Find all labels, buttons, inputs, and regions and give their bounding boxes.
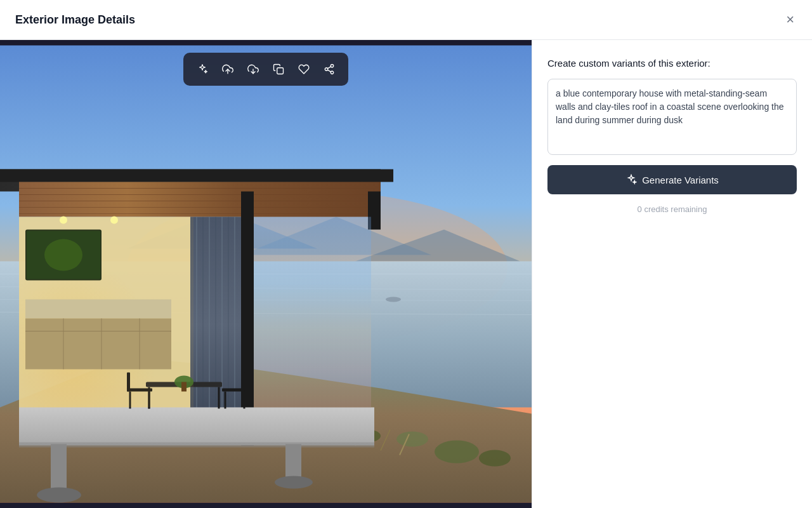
svg-rect-76 bbox=[254, 217, 371, 408]
sidebar: Create custom variants of this exterior:… bbox=[532, 40, 812, 508]
image-toolbar bbox=[183, 53, 348, 86]
upload-button[interactable] bbox=[216, 58, 239, 81]
heart-icon bbox=[298, 64, 310, 75]
svg-point-15 bbox=[435, 441, 479, 464]
house-image bbox=[0, 40, 532, 508]
prompt-textarea[interactable] bbox=[547, 79, 797, 155]
share-button[interactable] bbox=[318, 58, 341, 81]
svg-point-72 bbox=[37, 488, 81, 503]
svg-rect-70 bbox=[51, 444, 67, 495]
generate-sparkle-icon bbox=[625, 174, 637, 185]
svg-rect-26 bbox=[19, 182, 381, 217]
svg-point-16 bbox=[479, 450, 511, 467]
svg-marker-25 bbox=[0, 170, 393, 182]
upload-icon bbox=[222, 64, 233, 75]
svg-rect-74 bbox=[19, 217, 193, 408]
modal-header: Exterior Image Details × bbox=[0, 0, 812, 40]
share-icon bbox=[324, 64, 335, 75]
copy-button[interactable] bbox=[267, 58, 290, 81]
sidebar-label: Create custom variants of this exterior: bbox=[547, 58, 797, 69]
svg-rect-55 bbox=[19, 408, 374, 446]
svg-line-83 bbox=[327, 70, 331, 72]
sparkle-button[interactable] bbox=[191, 58, 214, 81]
svg-point-10 bbox=[386, 297, 401, 302]
modal-body: Create custom variants of this exterior:… bbox=[0, 40, 812, 508]
modal-title: Exterior Image Details bbox=[15, 13, 135, 27]
credits-remaining: 0 credits remaining bbox=[547, 204, 797, 214]
sparkle-icon bbox=[197, 64, 208, 75]
svg-rect-69 bbox=[244, 373, 247, 392]
favorite-button[interactable] bbox=[292, 58, 315, 81]
svg-point-73 bbox=[275, 476, 313, 489]
generate-button-label: Generate Variants bbox=[642, 175, 719, 185]
close-button[interactable]: × bbox=[783, 10, 797, 29]
download-button[interactable] bbox=[242, 58, 265, 81]
modal-container: Exterior Image Details × bbox=[0, 0, 812, 508]
svg-rect-56 bbox=[19, 443, 374, 448]
svg-point-14 bbox=[396, 432, 428, 447]
generate-button[interactable]: Generate Variants bbox=[547, 165, 797, 194]
svg-line-84 bbox=[327, 67, 331, 69]
copy-icon bbox=[273, 64, 284, 75]
download-icon bbox=[247, 64, 259, 75]
image-section bbox=[0, 40, 532, 508]
svg-rect-66 bbox=[222, 389, 247, 392]
svg-rect-79 bbox=[277, 68, 284, 74]
